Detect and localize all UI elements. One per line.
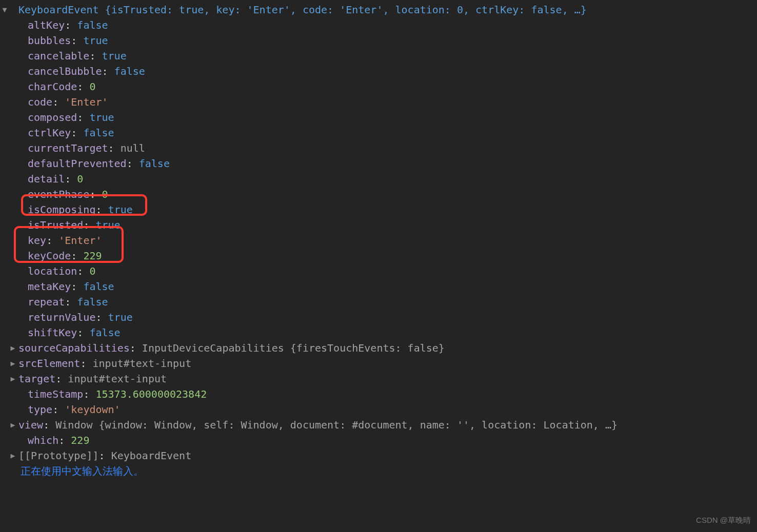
prop-type: type: 'keydown'	[0, 402, 757, 417]
expand-arrow-icon: ▶	[8, 340, 17, 354]
prop-isTrusted: isTrusted: true	[0, 217, 757, 233]
prop-sourceCapabilities[interactable]: ▶sourceCapabilities: InputDeviceCapabili…	[0, 340, 757, 356]
prop-timeStamp: timeStamp: 15373.600000023842	[0, 386, 757, 402]
prop-charCode: charCode: 0	[0, 79, 757, 94]
prop-eventPhase: eventPhase: 0	[0, 187, 757, 202]
expand-arrow-icon: ▶	[8, 448, 17, 462]
prop-location: location: 0	[0, 263, 757, 279]
class-name: KeyboardEvent	[18, 2, 99, 17]
prop-shiftKey: shiftKey: false	[0, 325, 757, 340]
prop-ctrlKey: ctrlKey: false	[0, 125, 757, 140]
prop-target[interactable]: ▶target: input#text-input	[0, 371, 757, 386]
prop-detail: detail: 0	[0, 171, 757, 187]
prop-cancelable: cancelable: true	[0, 48, 757, 64]
watermark: CSDN @草晚晴	[696, 515, 751, 526]
prop-defaultPrevented: defaultPrevented: false	[0, 156, 757, 171]
prop-repeat: repeat: false	[0, 294, 757, 310]
prop-returnValue: returnValue: true	[0, 310, 757, 325]
prop-cancelBubble: cancelBubble: false	[0, 64, 757, 79]
expand-arrow-icon: ▶	[8, 417, 17, 431]
prop-metaKey: metaKey: false	[0, 279, 757, 294]
object-summary: {isTrusted: true, key: 'Enter', code: 'E…	[105, 2, 587, 17]
prop-prototype[interactable]: ▶[[Prototype]]: KeyboardEvent	[0, 448, 757, 463]
expand-arrow-icon: ▶	[8, 371, 17, 385]
prop-srcElement[interactable]: ▶srcElement: input#text-input	[0, 356, 757, 371]
collapse-arrow-icon[interactable]: ▼	[0, 2, 9, 16]
prop-currentTarget: currentTarget: null	[0, 140, 757, 156]
prop-composed: composed: true	[0, 110, 757, 125]
prop-keyCode: keyCode: 229	[0, 248, 757, 263]
footer-message: 正在使用中文输入法输入。	[0, 463, 757, 479]
expand-arrow-icon: ▶	[8, 356, 17, 370]
prop-bubbles: bubbles: true	[0, 33, 757, 48]
object-header[interactable]: ▼ KeyboardEvent {isTrusted: true, key: '…	[0, 2, 757, 17]
prop-altKey: altKey: false	[0, 17, 757, 33]
prop-which: which: 229	[0, 433, 757, 448]
prop-isComposing: isComposing: true	[0, 202, 757, 217]
prop-code: code: 'Enter'	[0, 94, 757, 110]
prop-view[interactable]: ▶view: Window {window: Window, self: Win…	[0, 417, 757, 433]
prop-key: key: 'Enter'	[0, 233, 757, 248]
